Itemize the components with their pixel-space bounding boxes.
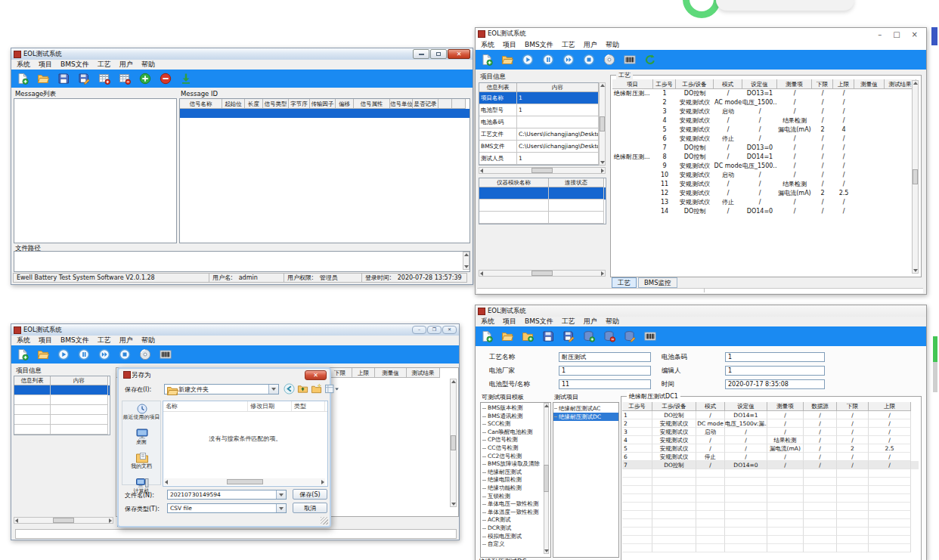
close-button[interactable]: ✕: [442, 326, 457, 334]
column-header[interactable]: 设定值: [742, 79, 777, 89]
table-row[interactable]: 10安规测试仪启动////: [612, 171, 918, 180]
tree-item-2[interactable]: SCC检测: [481, 420, 550, 429]
tree-item-17[interactable]: 自定义: [481, 540, 550, 549]
maximize-button[interactable]: [430, 49, 447, 59]
tree-item-16[interactable]: 模拟电压测试: [481, 533, 550, 541]
db-add-icon[interactable]: [583, 330, 595, 342]
info-row[interactable]: [14, 395, 110, 405]
table-row[interactable]: [622, 528, 919, 536]
table-row[interactable]: [622, 486, 919, 494]
fast-forward-icon[interactable]: [98, 348, 110, 360]
tree-item-10[interactable]: 绝缘功能检测: [481, 484, 550, 493]
menu-item-0[interactable]: 系统: [17, 60, 30, 70]
menu-item-4[interactable]: 用户: [119, 60, 133, 70]
table-row[interactable]: 7DO控制/DO14=0////: [622, 461, 919, 469]
close-button[interactable]: ✕: [448, 49, 470, 59]
filetype-combobox[interactable]: CSV file: [167, 503, 287, 513]
save-icon[interactable]: [57, 73, 70, 85]
barcode-icon[interactable]: [644, 330, 656, 342]
tree-scrollbar[interactable]: [544, 403, 549, 554]
menu-item-3[interactable]: 工艺: [98, 336, 111, 345]
titlebar[interactable]: EOL测试系统 – □ ×: [476, 28, 926, 40]
info-row[interactable]: [14, 415, 110, 425]
db-remove-icon[interactable]: [603, 330, 615, 342]
menu-item-0[interactable]: 系统: [481, 317, 494, 326]
column-header[interactable]: 测量项: [767, 402, 804, 411]
info-scrollbar[interactable]: [599, 82, 606, 166]
column-header[interactable]: 起始位: [222, 99, 245, 109]
column-header[interactable]: 修改日期: [248, 401, 292, 411]
fast-forward-icon[interactable]: [562, 54, 575, 66]
table-row[interactable]: 7DO控制/DO13=0///: [612, 144, 918, 153]
column-header[interactable]: 测量项: [777, 79, 812, 89]
column-header[interactable]: 传输因子: [310, 99, 336, 109]
tree-item-9[interactable]: 绝缘电阻检测: [481, 476, 550, 484]
save-icon[interactable]: [542, 330, 554, 342]
info-row[interactable]: [14, 405, 110, 415]
table-row[interactable]: 2安规测试仪DC mode电压_1500v:漏...////: [622, 419, 919, 428]
table-row[interactable]: 6安规测试仪停止////: [612, 135, 918, 144]
up-folder-icon[interactable]: [297, 383, 308, 394]
menu-item-2[interactable]: BMS文件: [525, 40, 553, 50]
refresh-icon[interactable]: [644, 54, 656, 66]
info-row[interactable]: [479, 187, 606, 200]
info-row[interactable]: [14, 385, 110, 395]
column-header[interactable]: 数据源: [804, 402, 837, 411]
column-header[interactable]: 内容: [51, 376, 108, 385]
tree-item-14[interactable]: ACR测试: [481, 516, 550, 524]
battery-model-input[interactable]: 11: [559, 379, 651, 389]
menu-item-5[interactable]: 帮助: [606, 317, 619, 326]
column-header[interactable]: 下限: [837, 402, 869, 411]
file-path-textarea[interactable]: [14, 251, 470, 272]
table-row[interactable]: [622, 494, 919, 503]
place-desktop[interactable]: 桌面: [122, 428, 160, 446]
save-button[interactable]: 保存(S): [293, 489, 327, 500]
info-row[interactable]: [479, 200, 606, 212]
table-row[interactable]: 4安规测试仪//结果检测///: [622, 436, 919, 444]
file-list-hscrollbar[interactable]: [164, 478, 325, 485]
tree-item-1[interactable]: BMS通讯检测: [481, 413, 550, 421]
save-as-icon[interactable]: [78, 73, 90, 85]
table-row[interactable]: 5安规测试仪//漏电流(mA)24: [612, 125, 918, 135]
info-row[interactable]: 工艺文件C:\Users\lichangjiang\Desktop\: [479, 128, 599, 141]
column-header[interactable]: 工步/设备: [652, 402, 696, 411]
download-icon[interactable]: [180, 73, 192, 85]
tree-item-4[interactable]: CP信号检测: [481, 436, 550, 444]
tree-item-7[interactable]: BMS故障读取及清除: [481, 460, 550, 469]
minimize-button[interactable]: –: [412, 326, 426, 334]
column-header[interactable]: 信息列表: [479, 83, 517, 92]
resize-grip[interactable]: [321, 517, 328, 524]
table-row[interactable]: 5安规测试仪//漏电流(mA)/22.5: [622, 444, 919, 453]
column-header[interactable]: 信号类型: [263, 99, 289, 109]
editor-input[interactable]: 1: [725, 366, 825, 376]
tree-item-5[interactable]: CC信号检测: [481, 444, 550, 453]
play-icon[interactable]: [522, 54, 534, 66]
menu-item-4[interactable]: 用户: [584, 40, 597, 50]
column-header[interactable]: 类型: [292, 401, 325, 411]
maximize-button[interactable]: □: [893, 30, 900, 39]
filename-combobox[interactable]: 20210730149594: [167, 490, 287, 500]
menu-item-0[interactable]: 系统: [17, 336, 30, 345]
file-list[interactable]: 名称修改日期类型 没有与搜索条件匹配的项。: [163, 401, 328, 487]
column-header[interactable]: 信号名称: [180, 99, 222, 109]
menu-item-0[interactable]: 系统: [481, 40, 494, 50]
tree-item-3[interactable]: Can唤醒电池检测: [481, 429, 550, 437]
column-header[interactable]: 连接状态: [549, 178, 604, 187]
column-header[interactable]: 上限: [833, 79, 854, 89]
open-folder-icon[interactable]: [37, 73, 49, 85]
back-arrow-icon[interactable]: [284, 383, 295, 394]
menu-item-3[interactable]: 工艺: [562, 40, 575, 50]
folder-add-icon[interactable]: [522, 330, 534, 342]
table-row[interactable]: 4安规测试仪//结果检测//: [612, 116, 918, 125]
new-folder-icon[interactable]: [311, 383, 322, 394]
place-recent-places[interactable]: 最近使用的项目: [122, 403, 160, 421]
table-row[interactable]: 3安规测试仪启动/////: [622, 428, 919, 436]
column-header[interactable]: [439, 99, 452, 109]
column-header[interactable]: 下限: [328, 368, 352, 378]
table-row[interactable]: 绝缘耐压测...1DO控制/DO13=1///: [612, 89, 918, 98]
dropdown-button[interactable]: [276, 490, 286, 499]
tree-item-15[interactable]: DCR测试: [481, 524, 550, 533]
info-row[interactable]: 项目名称1: [479, 92, 599, 104]
pause-icon[interactable]: [78, 348, 90, 360]
tab-1[interactable]: BMS监控: [638, 277, 677, 288]
